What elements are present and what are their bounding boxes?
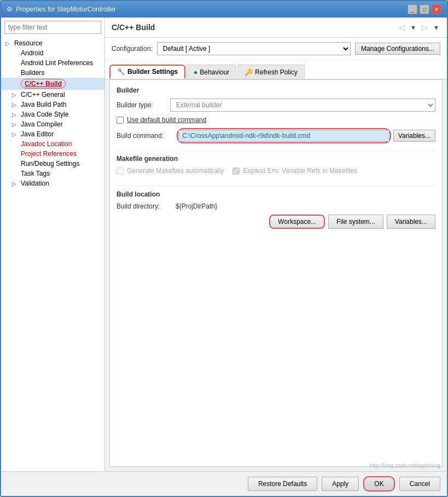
variables2-button[interactable]: Variables... [387, 215, 435, 229]
restore-defaults-button[interactable]: Restore Defaults [248, 477, 317, 491]
makefile-row: Generate Makefiles automatically Expand … [117, 167, 435, 179]
expand-vars-label: Expand Env. Variable Refs in Makefiles [243, 167, 357, 175]
watermark: http://blog.csdn.net/sqshining [369, 463, 440, 469]
builder-settings-icon: 🔧 [117, 68, 125, 76]
sidebar-item-run-debug[interactable]: Run/Debug Settings [1, 159, 104, 169]
sidebar-item-java-editor[interactable]: ▷ Java Editor [1, 129, 104, 139]
sidebar-item-label: Java Code Style [21, 111, 68, 118]
sidebar-item-label: Builders [21, 69, 44, 77]
sidebar-item-label: Javadoc Location [21, 140, 72, 148]
build-cmd-input-wrap [177, 128, 391, 143]
behaviour-icon: ● [194, 68, 197, 76]
config-label: Configuration: [112, 45, 153, 53]
minimize-button[interactable]: _ [408, 4, 417, 14]
sidebar-item-android[interactable]: Android [1, 48, 104, 58]
sidebar-item-label: Android [21, 49, 43, 57]
sidebar-item-label: Project References [21, 150, 77, 158]
tab-refresh-policy[interactable]: 🔑 Refresh Policy [237, 65, 304, 79]
use-default-row: Use default build command [117, 116, 435, 124]
tab-label: Refresh Policy [255, 68, 297, 76]
config-select[interactable]: Default [ Active ] [157, 42, 351, 55]
bottom-bar: Restore Defaults Apply OK Cancel [1, 471, 447, 496]
sidebar-item-label: Java Build Path [21, 101, 66, 108]
close-button[interactable]: ✕ [432, 4, 441, 14]
generate-makefiles-checkbox[interactable] [117, 167, 124, 175]
tab-behaviour[interactable]: ● Behaviour [187, 65, 236, 79]
use-default-checkbox[interactable] [117, 117, 124, 124]
generate-makefiles-label: Generate Makefiles automatically [127, 167, 224, 175]
build-dir-row: Build directory: ${ProjDirPath} [117, 203, 435, 210]
title-bar-left: ⚙ Properties for StepMotorController [7, 5, 116, 13]
sidebar-item-label: Validation [21, 180, 49, 187]
forward-button[interactable]: ▷ [420, 22, 430, 33]
sidebar-item-java-build-path[interactable]: ▷ Java Build Path [1, 100, 104, 109]
use-default-label: Use default build command [127, 116, 206, 124]
expand-arrow: ▷ [12, 181, 19, 187]
expand-arrow: ▷ [12, 102, 19, 108]
sidebar-item-validation[interactable]: ▷ Validation [1, 178, 104, 188]
sidebar-item-java-code-style[interactable]: ▷ Java Code Style [1, 109, 104, 119]
sidebar-item-cpp-general[interactable]: ▷ C/C++ General [1, 90, 104, 100]
panel-title: C/C++ Build [112, 23, 155, 32]
right-panel: C/C++ Build ◁ ▾ ▷ ▾ Configuration: Defau… [105, 18, 447, 471]
ok-button[interactable]: OK [363, 476, 394, 492]
sidebar-item-android-lint[interactable]: Android Lint Preferences [1, 58, 104, 68]
tab-label: Builder Settings [127, 68, 178, 76]
expand-arrow: ▷ [12, 112, 19, 118]
generate-makefiles-row: Generate Makefiles automatically [117, 167, 224, 175]
expand-arrow: ▷ [5, 41, 12, 47]
expand-arrow: ▷ [12, 92, 19, 98]
sidebar-item-label: Java Editor [21, 130, 54, 138]
maximize-button[interactable]: □ [420, 4, 429, 14]
config-row: Configuration: Default [ Active ] Manage… [105, 38, 447, 60]
title-bar-controls: _ □ ✕ [408, 4, 441, 14]
expand-vars-checkbox[interactable] [232, 167, 240, 175]
variables-button-inline[interactable]: Variables... [393, 130, 435, 142]
build-dir-value: ${ProjDirPath} [176, 203, 217, 210]
tree-area: ▷ Resource Android Android Lint Preferen… [1, 37, 104, 471]
refresh-policy-icon: 🔑 [245, 68, 253, 76]
workspace-button[interactable]: Workspace... [269, 215, 325, 229]
main-window: ⚙ Properties for StepMotorController _ □… [0, 0, 448, 497]
build-location-section: Build location Build directory: ${ProjDi… [117, 186, 435, 229]
manage-configurations-button[interactable]: Manage Configurations... [355, 43, 440, 55]
cancel-button[interactable]: Cancel [399, 477, 440, 491]
makefile-section: Makefile generation Generate Makefiles a… [117, 150, 435, 179]
filter-input[interactable] [4, 21, 101, 34]
dropdown-button[interactable]: ▾ [409, 22, 417, 33]
content-area: Builder Builder type: External builder U… [109, 79, 443, 467]
sidebar-item-task-tags[interactable]: Task Tags [1, 169, 104, 178]
window-title: Properties for StepMotorController [16, 5, 116, 13]
sidebar-item-label: C/C++ Build [21, 79, 66, 89]
build-command-row: Build command: Variables... [117, 128, 435, 143]
file-system-button[interactable]: File system... [328, 215, 383, 229]
apply-button[interactable]: Apply [322, 477, 359, 491]
expand-arrow: ▷ [12, 131, 19, 137]
window-icon: ⚙ [7, 5, 13, 13]
sidebar-item-java-compiler[interactable]: ▷ Java Compiler [1, 119, 104, 129]
sidebar: ▷ Resource Android Android Lint Preferen… [1, 18, 105, 471]
build-location-label: Build location [117, 190, 435, 198]
builder-section-label: Builder [117, 86, 435, 94]
sidebar-item-resource[interactable]: ▷ Resource [1, 38, 104, 48]
sidebar-item-cpp-build[interactable]: C/C++ Build [1, 78, 104, 90]
sidebar-item-label: Run/Debug Settings [21, 160, 79, 167]
sidebar-item-label: Java Compiler [21, 120, 63, 128]
sidebar-item-label: Resource [14, 39, 42, 47]
makefile-section-label: Makefile generation [117, 155, 435, 163]
panel-header: C/C++ Build ◁ ▾ ▷ ▾ [105, 18, 447, 38]
back-button[interactable]: ◁ [397, 22, 407, 33]
nav-arrows: ◁ ▾ ▷ ▾ [397, 22, 440, 33]
sidebar-item-javadoc[interactable]: Javadoc Location [1, 139, 104, 149]
tab-builder-settings[interactable]: 🔧 Builder Settings [109, 65, 185, 79]
sidebar-item-project-refs[interactable]: Project References [1, 149, 104, 159]
sidebar-item-label: Android Lint Preferences [21, 59, 93, 67]
build-cmd-input[interactable] [178, 130, 389, 142]
tabs-area: 🔧 Builder Settings ● Behaviour 🔑 Refresh… [105, 60, 447, 79]
forward-dropdown-button[interactable]: ▾ [432, 22, 440, 33]
builder-type-row: Builder type: External builder [117, 99, 435, 112]
build-dir-label: Build directory: [117, 203, 171, 210]
sidebar-item-label: C/C++ General [21, 91, 65, 99]
sidebar-item-builders[interactable]: Builders [1, 68, 104, 78]
builder-type-select[interactable]: External builder [170, 99, 435, 112]
